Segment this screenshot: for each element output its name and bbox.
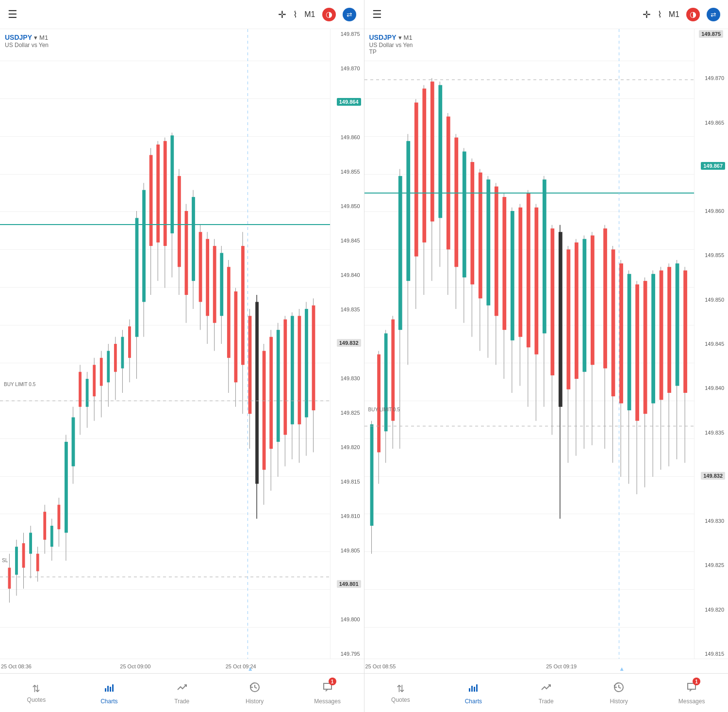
sync-icon[interactable]: ⇄ bbox=[343, 8, 356, 21]
svg-rect-136 bbox=[534, 208, 538, 355]
price-tick: 149.810 bbox=[332, 513, 362, 519]
svg-rect-83 bbox=[298, 316, 301, 424]
svg-rect-116 bbox=[454, 138, 458, 267]
price-tick: 149.860 bbox=[696, 208, 726, 214]
left-nav-charts[interactable]: Charts bbox=[73, 674, 146, 712]
left-topbar: ☰ ✛ ⌇ M1 ◑ ⇄ bbox=[0, 0, 364, 29]
trade-icon bbox=[176, 681, 188, 696]
nav-quotes-label: Quotes bbox=[27, 696, 46, 703]
right-vertical-line bbox=[619, 29, 619, 659]
svg-rect-13 bbox=[50, 526, 53, 547]
right-time-label-2: 25 Oct 09:19 bbox=[546, 663, 577, 669]
settings-icon[interactable]: ◑ bbox=[322, 8, 336, 21]
left-symbol-name: USDJPY bbox=[5, 33, 32, 41]
timeframe-label[interactable]: M1 bbox=[304, 10, 315, 19]
right-crosshair-icon[interactable]: ✛ bbox=[643, 9, 651, 20]
svg-rect-90 bbox=[110, 687, 111, 692]
quotes-icon: ⇅ bbox=[32, 683, 40, 695]
price-tick: 149.865 bbox=[696, 120, 726, 126]
svg-rect-29 bbox=[107, 351, 110, 382]
buy-limit-price-badge: 149.832 bbox=[337, 339, 361, 347]
svg-rect-37 bbox=[135, 218, 139, 337]
svg-rect-11 bbox=[43, 512, 46, 540]
svg-rect-134 bbox=[526, 194, 530, 347]
left-symbol-info: USDJPY ▾ M1 US Dollar vs Yen bbox=[5, 33, 49, 49]
price-tick: 149.835 bbox=[696, 430, 726, 436]
svg-rect-9 bbox=[36, 554, 39, 571]
svg-rect-65 bbox=[234, 291, 237, 382]
svg-rect-51 bbox=[185, 211, 188, 295]
price-tick: 149.875 bbox=[332, 31, 362, 37]
right-trade-icon bbox=[540, 681, 552, 696]
svg-rect-23 bbox=[86, 379, 89, 407]
right-indicator-icon[interactable]: ⌇ bbox=[658, 9, 662, 20]
right-timeframe-label[interactable]: M1 bbox=[669, 10, 679, 19]
price-tick: 149.870 bbox=[332, 65, 362, 71]
left-nav-messages[interactable]: 1 Messages bbox=[291, 674, 364, 712]
svg-rect-118 bbox=[462, 151, 466, 277]
left-sl-label: SL bbox=[2, 558, 8, 563]
price-tick: 149.864 bbox=[332, 100, 362, 106]
price-tick: 149.870 bbox=[696, 75, 726, 81]
svg-rect-3 bbox=[15, 547, 18, 575]
nav-messages-label: Messages bbox=[314, 698, 341, 705]
right-time-axis: 25 Oct 08:55 25 Oct 09:19 ▲ bbox=[364, 659, 728, 673]
right-settings-icon[interactable]: ◑ bbox=[686, 8, 700, 21]
right-messages-badge: 1 bbox=[693, 678, 700, 685]
right-nav-messages[interactable]: 1 Messages bbox=[655, 674, 728, 712]
left-nav-trade[interactable]: Trade bbox=[146, 674, 218, 712]
price-tick: 149.830 bbox=[332, 375, 362, 381]
price-tick: 149.875 bbox=[696, 31, 726, 37]
svg-rect-15 bbox=[57, 505, 60, 529]
price-tick: 149.845 bbox=[332, 238, 362, 243]
left-time-label-1: 25 Oct 08:36 bbox=[1, 663, 32, 669]
svg-rect-59 bbox=[213, 246, 216, 323]
right-nav-trade[interactable]: Trade bbox=[510, 674, 582, 712]
right-sync-icon[interactable]: ⇄ bbox=[707, 8, 720, 21]
svg-rect-81 bbox=[291, 316, 294, 424]
svg-rect-160 bbox=[635, 284, 639, 421]
price-tick: 149.840 bbox=[696, 385, 726, 391]
left-nav-history[interactable]: History bbox=[218, 674, 291, 712]
right-chart-area[interactable]: USDJPY ▾ M1 US Dollar vs Yen TP bbox=[364, 29, 728, 659]
svg-rect-106 bbox=[414, 102, 418, 256]
right-tp-line bbox=[364, 80, 695, 80]
right-time-arrow: ▲ bbox=[619, 665, 625, 672]
right-nav-quotes[interactable]: ⇅ Quotes bbox=[364, 674, 437, 712]
crosshair-icon[interactable]: ✛ bbox=[278, 9, 286, 20]
left-teal-line bbox=[0, 224, 330, 225]
left-time-label-2: 25 Oct 09:00 bbox=[120, 663, 150, 669]
left-chart-area[interactable]: USDJPY ▾ M1 US Dollar vs Yen bbox=[0, 29, 364, 659]
right-hamburger-icon[interactable]: ☰ bbox=[372, 8, 382, 21]
svg-rect-112 bbox=[438, 85, 442, 218]
indicator-icon[interactable]: ⌇ bbox=[293, 9, 298, 20]
right-nav-charts[interactable]: Charts bbox=[437, 674, 510, 712]
svg-rect-19 bbox=[72, 417, 75, 466]
right-charts-icon bbox=[467, 681, 479, 696]
right-buy-limit-label: BUY LIMIT 0.5 bbox=[368, 407, 400, 412]
svg-rect-172 bbox=[683, 271, 687, 393]
hamburger-icon[interactable]: ☰ bbox=[8, 8, 17, 21]
current-price-badge: 149.864 bbox=[337, 98, 361, 106]
left-vertical-line bbox=[248, 29, 248, 659]
messages-badge: 1 bbox=[329, 678, 336, 685]
svg-rect-150 bbox=[590, 235, 594, 365]
right-current-price-badge: 149.867 bbox=[701, 162, 725, 170]
right-symbol-info: USDJPY ▾ M1 US Dollar vs Yen TP bbox=[369, 33, 413, 55]
svg-rect-33 bbox=[121, 337, 124, 369]
svg-rect-21 bbox=[79, 372, 82, 407]
svg-rect-158 bbox=[627, 274, 631, 410]
price-tick: 149.820 bbox=[696, 607, 726, 613]
price-tick: 149.832 bbox=[696, 474, 726, 480]
left-nav-quotes[interactable]: ⇅ Quotes bbox=[0, 674, 73, 712]
svg-rect-154 bbox=[611, 249, 615, 396]
svg-rect-45 bbox=[164, 141, 167, 246]
svg-rect-132 bbox=[518, 208, 522, 337]
price-tick: 149.815 bbox=[332, 479, 362, 485]
svg-rect-120 bbox=[470, 162, 474, 284]
right-nav-history[interactable]: History bbox=[582, 674, 655, 712]
price-tick: 149.840 bbox=[332, 272, 362, 278]
svg-rect-41 bbox=[149, 155, 153, 246]
left-symbol-tf: M1 bbox=[39, 34, 48, 41]
right-nav-trade-label: Trade bbox=[539, 698, 554, 705]
